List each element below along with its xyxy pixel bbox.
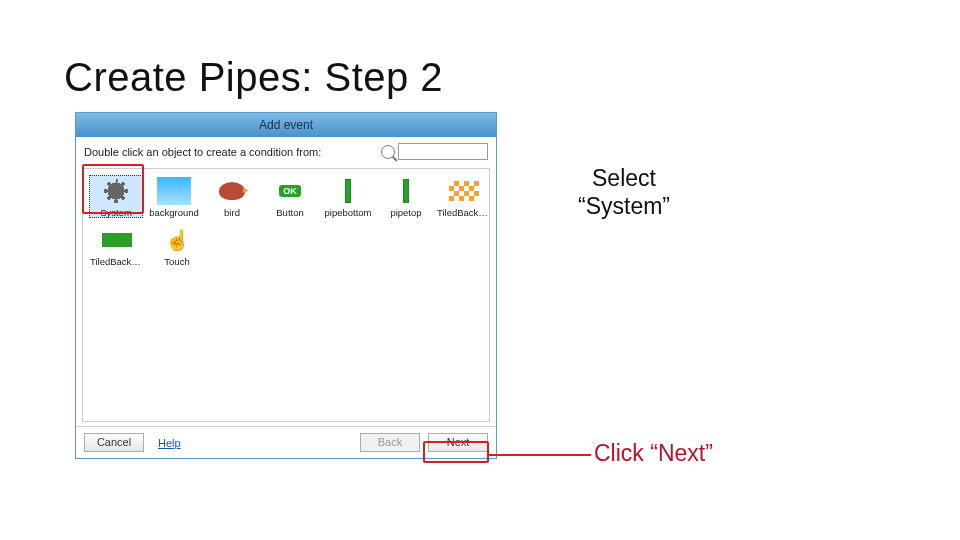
object-grid: System background bird OK Button: [82, 168, 490, 422]
callout-line2: “System”: [554, 193, 694, 221]
object-label: bird: [205, 207, 259, 218]
dialog-footer: Cancel Help Back Next: [76, 426, 496, 458]
pipe-icon: [389, 177, 423, 205]
prompt-row: Double click an object to create a condi…: [76, 137, 496, 164]
prompt-text: Double click an object to create a condi…: [84, 146, 321, 158]
bird-icon: [215, 177, 249, 205]
object-label: background: [147, 207, 201, 218]
callout-click-next: Click “Next”: [594, 440, 713, 468]
gear-icon: [99, 177, 133, 205]
tiled-icon: [447, 177, 481, 205]
search-input[interactable]: [398, 143, 488, 160]
object-label: System: [89, 207, 143, 218]
object-pipetop[interactable]: pipetop: [379, 175, 433, 218]
object-row-2: TiledBackgr… ☝ Touch: [89, 224, 483, 267]
callout-select-system: Select “System”: [554, 165, 694, 220]
object-button[interactable]: OK Button: [263, 175, 317, 218]
object-label: Button: [263, 207, 317, 218]
object-label: TiledBackgr…: [437, 207, 491, 218]
object-tiledbg1[interactable]: TiledBackgr…: [437, 175, 491, 218]
object-pipebottom[interactable]: pipebottom: [321, 175, 375, 218]
slide-title: Create Pipes: Step 2: [64, 55, 443, 100]
ok-icon: OK: [273, 177, 307, 205]
object-grid-wrap: System background bird OK Button: [76, 164, 496, 426]
search-wrap: [381, 143, 488, 160]
object-label: TiledBackgr…: [90, 256, 144, 267]
object-bird[interactable]: bird: [205, 175, 259, 218]
object-tiledbg2[interactable]: TiledBackgr…: [89, 224, 145, 267]
object-label: pipebottom: [321, 207, 375, 218]
slide: Create Pipes: Step 2 Add event Double cl…: [0, 0, 960, 540]
cancel-button[interactable]: Cancel: [84, 433, 144, 452]
next-button[interactable]: Next: [428, 433, 488, 452]
back-button[interactable]: Back: [360, 433, 420, 452]
object-background[interactable]: background: [147, 175, 201, 218]
dialog-titlebar: Add event: [76, 113, 496, 137]
object-label: Touch: [150, 256, 204, 267]
callout-line1: Select: [554, 165, 694, 193]
sky-icon: [157, 177, 191, 205]
search-icon: [381, 145, 395, 159]
add-event-dialog: Add event Double click an object to crea…: [75, 112, 497, 459]
annotation-line: [489, 454, 591, 456]
pipe-icon: [331, 177, 365, 205]
object-label: pipetop: [379, 207, 433, 218]
dialog-title: Add event: [259, 118, 313, 132]
callout-click-next-text: Click “Next”: [594, 440, 713, 466]
help-link[interactable]: Help: [158, 437, 181, 449]
object-row-1: System background bird OK Button: [89, 175, 483, 218]
hand-icon: ☝: [160, 226, 194, 254]
object-touch[interactable]: ☝ Touch: [149, 224, 205, 267]
object-system[interactable]: System: [89, 175, 143, 218]
greenblock-icon: [100, 226, 134, 254]
